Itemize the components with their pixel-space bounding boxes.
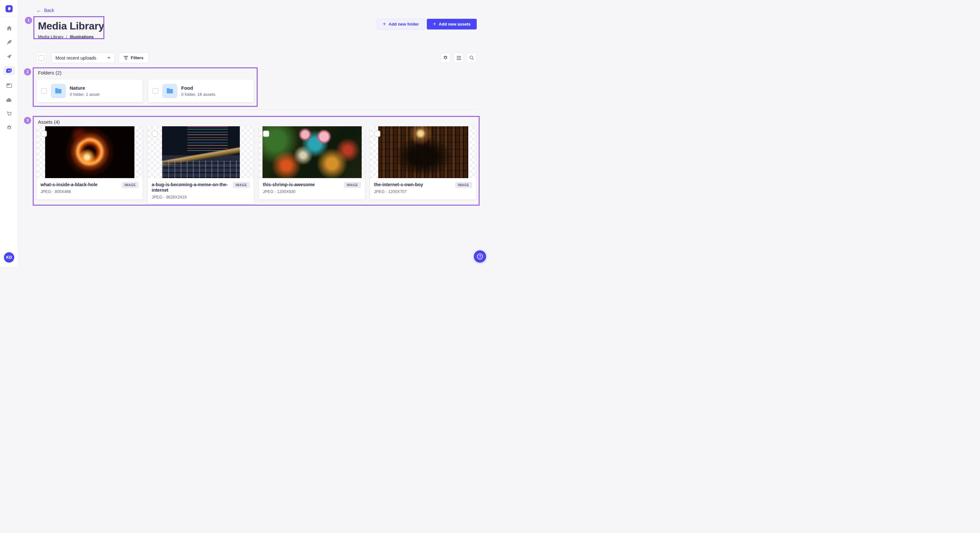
annotation-badge-1: 1 <box>25 17 32 24</box>
view-settings-button[interactable] <box>441 53 450 63</box>
assets-heading: Assets (4) <box>38 119 60 125</box>
search-icon <box>469 55 474 60</box>
asset-thumbnail <box>259 126 365 178</box>
asset-thumbnail <box>370 126 476 178</box>
sidebar-item-home[interactable] <box>0 22 18 34</box>
section-divider <box>37 109 476 110</box>
asset-name: the-internet-s-own-boy <box>374 182 451 187</box>
asset-footer: what-s-inside-a-black-hole JPEG - 800X46… <box>37 178 143 200</box>
folder-checkbox[interactable] <box>153 88 159 94</box>
asset-card[interactable]: what-s-inside-a-black-hole JPEG - 800X46… <box>37 126 143 200</box>
sort-select-value: Most recent uploads <box>56 56 96 60</box>
mantis-shrimp-photo <box>262 126 362 178</box>
asset-name: this-shrimp-is-awesome <box>263 182 340 187</box>
feather-icon <box>6 39 12 45</box>
sidebar-item-content-manager[interactable] <box>0 36 18 48</box>
library-portrait-photo <box>378 126 468 178</box>
folder-meta: 0 folder, 16 assets <box>181 92 215 97</box>
filter-icon <box>124 56 128 60</box>
asset-checkbox[interactable] <box>152 131 158 136</box>
asset-type-badge: IMAGE <box>233 182 250 188</box>
select-all-checkbox[interactable] <box>38 55 45 61</box>
strapi-glyph-icon <box>7 6 11 11</box>
add-new-folder-button[interactable]: + Add new folder <box>377 19 425 30</box>
laptop-code-photo <box>162 126 240 178</box>
add-new-folder-label: Add new folder <box>388 22 419 27</box>
layout-icon <box>6 83 12 89</box>
media-library-page: KD ← Back 1 Media Library Media Library … <box>0 0 490 266</box>
asset-name: what-s-inside-a-black-hole <box>40 182 118 187</box>
plus-icon: + <box>383 21 386 27</box>
asset-thumbnail <box>37 126 143 178</box>
annotation-badge-3: 3 <box>24 117 31 124</box>
title-block: Media Library Media Library / Illustrati… <box>34 17 104 39</box>
asset-type-badge: IMAGE <box>455 182 472 188</box>
breadcrumb-root[interactable]: Media Library <box>38 34 64 39</box>
folder-tile <box>51 84 66 98</box>
list-icon <box>457 56 461 60</box>
back-label: Back <box>44 8 54 13</box>
folder-name: Food <box>181 85 215 90</box>
sidebar-item-content-type-builder[interactable] <box>0 80 18 91</box>
folder-info: Food 0 folder, 16 assets <box>181 85 215 97</box>
asset-type-badge: IMAGE <box>121 182 139 188</box>
folder-card-food[interactable]: Food 0 folder, 16 assets <box>148 79 254 102</box>
breadcrumb: Media Library / Illustrations <box>38 34 104 39</box>
asset-checkbox[interactable] <box>41 131 47 136</box>
user-avatar[interactable]: KD <box>4 252 14 263</box>
sort-select[interactable]: Most recent uploads <box>51 52 115 63</box>
asset-card[interactable]: a-bug-is-becoming-a-meme-on-the-internet… <box>148 126 254 204</box>
sidebar: KD <box>0 0 18 266</box>
cart-icon <box>6 111 12 117</box>
folder-icon <box>166 88 173 94</box>
list-view-button[interactable] <box>454 53 464 63</box>
select-all-container <box>36 52 46 63</box>
sidebar-item-releases[interactable] <box>0 51 18 62</box>
gear-icon <box>6 125 12 131</box>
black-hole-photo <box>45 126 134 178</box>
asset-footer: the-internet-s-own-boy JPEG - 1200X707 I… <box>370 178 476 200</box>
gear-icon <box>443 55 448 60</box>
folder-info: Nature 0 folder, 1 asset <box>70 85 100 97</box>
help-button[interactable]: ? <box>474 250 486 263</box>
asset-footer: this-shrimp-is-awesome JPEG - 1200X630 I… <box>259 178 365 200</box>
add-new-assets-button[interactable]: + Add new assets <box>427 19 477 30</box>
folders-heading: Folders (2) <box>38 70 62 75</box>
sidebar-item-deploy[interactable] <box>0 94 18 106</box>
folder-icon <box>55 88 62 94</box>
sidebar-item-media-library[interactable] <box>3 66 15 75</box>
asset-meta: JPEG - 3628X2419 <box>152 195 250 200</box>
asset-checkbox[interactable] <box>263 131 269 136</box>
home-icon <box>6 25 12 32</box>
sidebar-item-marketplace[interactable] <box>0 108 18 119</box>
back-link[interactable]: ← Back <box>36 8 54 13</box>
question-mark-icon: ? <box>477 254 483 259</box>
asset-thumbnail <box>148 126 254 178</box>
folder-checkbox[interactable] <box>41 88 47 94</box>
strapi-logo-icon[interactable] <box>5 5 13 12</box>
filters-button[interactable]: Filters <box>119 52 149 63</box>
page-title: Media Library <box>38 20 104 32</box>
media-library-icon <box>6 68 12 73</box>
back-arrow-icon: ← <box>36 8 41 13</box>
sidebar-item-settings[interactable] <box>0 122 18 133</box>
breadcrumb-separator: / <box>66 34 67 39</box>
sidebar-header <box>0 0 18 17</box>
asset-name: a-bug-is-becoming-a-meme-on-the-internet <box>152 182 229 193</box>
folder-card-nature[interactable]: Nature 0 folder, 1 asset <box>37 79 143 102</box>
plus-icon: + <box>433 21 436 27</box>
chevron-down-icon <box>107 57 110 59</box>
asset-card[interactable]: the-internet-s-own-boy JPEG - 1200X707 I… <box>370 126 476 200</box>
breadcrumb-current: Illustrations <box>70 34 94 39</box>
asset-checkbox[interactable] <box>374 131 380 136</box>
cloud-icon <box>6 97 12 102</box>
annotation-badge-2: 2 <box>24 68 31 75</box>
asset-meta: JPEG - 1200X707 <box>374 189 472 194</box>
search-button[interactable] <box>467 53 477 63</box>
asset-type-badge: IMAGE <box>344 182 361 188</box>
asset-meta: JPEG - 1200X630 <box>263 189 361 194</box>
add-new-assets-label: Add new assets <box>439 22 471 27</box>
asset-footer: a-bug-is-becoming-a-meme-on-the-internet… <box>148 178 254 204</box>
asset-card[interactable]: this-shrimp-is-awesome JPEG - 1200X630 I… <box>259 126 365 200</box>
filters-label: Filters <box>130 56 143 60</box>
